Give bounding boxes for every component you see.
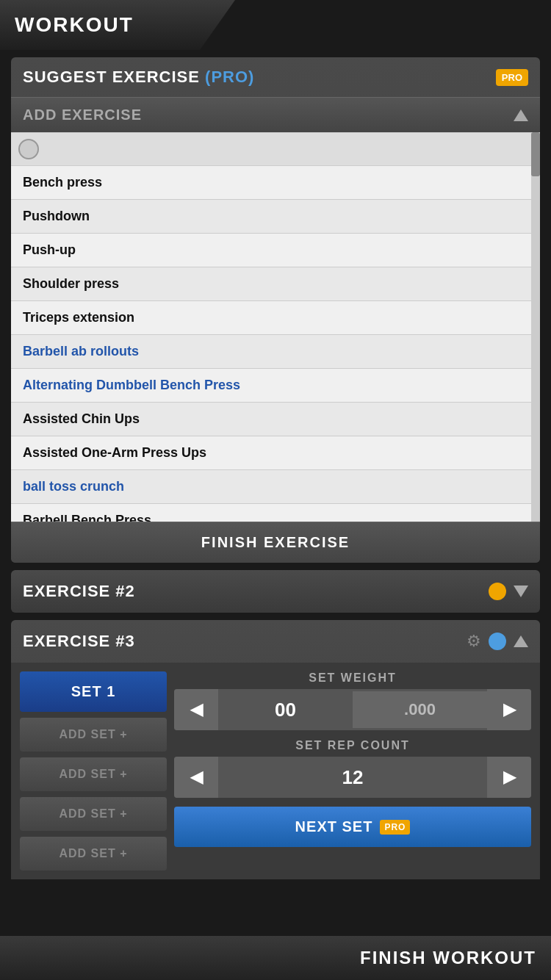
exercise-3-body: SET 1 ADD SET + ADD SET + ADD SET + ADD … — [20, 671, 531, 871]
exercise-2-title: EXERCISE #2 — [23, 582, 135, 601]
exercise-2-expand-icon[interactable] — [514, 586, 528, 597]
search-row — [11, 133, 540, 166]
set-weight-label: SET WEIGHT — [174, 671, 531, 685]
exercise-list-wrapper: Bench pressPushdownPush-upShoulder press… — [11, 132, 540, 522]
next-set-label: NEXT SET — [295, 818, 373, 835]
exercise-3-title: EXERCISE #3 — [23, 632, 135, 651]
exercise-3-controls: ⚙ — [467, 632, 528, 651]
exercise-list-item[interactable]: Barbell ab rollouts — [11, 335, 540, 369]
exercise-2-card: EXERCISE #2 — [11, 570, 540, 613]
suggest-exercise-card: SUGGEST EXERCISE (PRO) PRO ADD EXERCISE … — [11, 57, 540, 563]
set-controls: SET WEIGHT ◀ 00 .000 ▶ SET REP COUNT ◀ 1… — [174, 671, 531, 871]
finish-workout-bar[interactable]: FINISH WORKOUT — [0, 936, 551, 980]
weight-row: ◀ 00 .000 ▶ — [174, 689, 531, 730]
add-exercise-bar[interactable]: ADD EXERCISE — [11, 97, 540, 132]
exercise-list-item[interactable]: Push-up — [11, 234, 540, 267]
exercise-list: Bench pressPushdownPush-upShoulder press… — [11, 132, 540, 522]
gear-icon[interactable]: ⚙ — [467, 632, 481, 651]
exercise-list-item[interactable]: ball toss crunch — [11, 470, 540, 504]
rep-count-value: 12 — [218, 766, 487, 789]
finish-exercise-button[interactable]: FINISH EXERCISE — [11, 522, 540, 563]
scrollbar[interactable] — [531, 132, 540, 522]
set-1-button[interactable]: SET 1 — [20, 671, 167, 712]
rep-increase-button[interactable]: ▶ — [487, 757, 531, 798]
search-icon — [18, 139, 39, 159]
weight-increase-button[interactable]: ▶ — [487, 689, 531, 730]
sets-column: SET 1 ADD SET + ADD SET + ADD SET + ADD … — [20, 671, 167, 871]
next-set-pro-badge: PRO — [380, 820, 410, 835]
rep-decrease-button[interactable]: ◀ — [174, 757, 218, 798]
scrollbar-thumb[interactable] — [531, 132, 540, 176]
exercise-items: Bench pressPushdownPush-upShoulder press… — [11, 166, 540, 522]
main-content: SUGGEST EXERCISE (PRO) PRO ADD EXERCISE … — [0, 50, 551, 894]
suggest-title: SUGGEST EXERCISE (PRO) — [23, 68, 254, 87]
exercise-3-color-dot[interactable] — [489, 633, 506, 650]
exercise-3-content: SET 1 ADD SET + ADD SET + ADD SET + ADD … — [11, 663, 540, 879]
exercise-list-item[interactable]: Pushdown — [11, 200, 540, 234]
exercise-list-item[interactable]: Assisted One-Arm Press Ups — [11, 436, 540, 470]
add-set-4-button[interactable]: ADD SET + — [20, 837, 167, 871]
exercise-list-item[interactable]: Bench press — [11, 166, 540, 200]
finish-workout-label: FINISH WORKOUT — [360, 948, 536, 968]
suggest-header: SUGGEST EXERCISE (PRO) PRO — [11, 57, 540, 97]
app-title: WORKOUT — [15, 13, 134, 37]
add-set-3-button[interactable]: ADD SET + — [20, 797, 167, 831]
add-exercise-label: ADD EXERCISE — [23, 107, 142, 123]
weight-dec-value[interactable]: .000 — [353, 691, 487, 728]
exercise-3-collapse-icon[interactable] — [514, 635, 528, 647]
app-header: WORKOUT — [0, 0, 235, 50]
pro-badge[interactable]: PRO — [496, 69, 528, 86]
collapse-icon — [514, 109, 528, 121]
exercise-list-item[interactable]: Shoulder press — [11, 267, 540, 301]
rep-row: ◀ 12 ▶ — [174, 757, 531, 798]
exercise-3-header: EXERCISE #3 ⚙ — [11, 620, 540, 663]
next-set-button[interactable]: NEXT SET PRO — [174, 807, 531, 847]
add-set-1-button[interactable]: ADD SET + — [20, 718, 167, 752]
weight-decrease-button[interactable]: ◀ — [174, 689, 218, 730]
exercise-list-item[interactable]: Alternating Dumbbell Bench Press — [11, 369, 540, 403]
add-set-2-button[interactable]: ADD SET + — [20, 757, 167, 791]
exercise-3-card: EXERCISE #3 ⚙ SET 1 ADD SET + ADD SET + … — [11, 620, 540, 879]
exercise-2-controls — [489, 583, 528, 600]
weight-int-value[interactable]: 00 — [218, 690, 353, 730]
exercise-2-color-dot[interactable] — [489, 583, 506, 600]
set-rep-label: SET REP COUNT — [174, 739, 531, 752]
exercise-list-item[interactable]: Barbell Bench Press — [11, 504, 540, 522]
exercise-list-item[interactable]: Assisted Chin Ups — [11, 403, 540, 436]
exercise-list-item[interactable]: Triceps extension — [11, 301, 540, 335]
exercise-2-header: EXERCISE #2 — [11, 570, 540, 613]
